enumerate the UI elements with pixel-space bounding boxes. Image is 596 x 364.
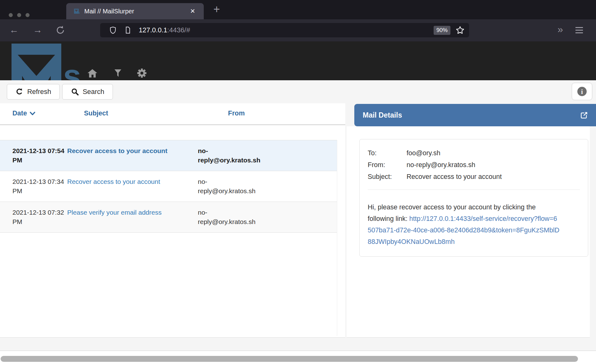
mail-rows: 2021-12-13 07:54 PM Recover access to yo… — [0, 140, 337, 233]
mail-details-card: To: foo@ory.sh From: no-reply@ory.kratos… — [359, 139, 588, 257]
mail-row[interactable]: 2021-12-13 07:34 PM Recover access to yo… — [0, 171, 337, 202]
column-header-from[interactable]: From — [228, 110, 245, 117]
mail-row[interactable]: 2021-12-13 07:32 PM Please verify your e… — [0, 202, 337, 233]
refresh-button[interactable]: Refresh — [7, 84, 60, 100]
svg-text:i: i — [581, 88, 583, 96]
page-icon[interactable] — [124, 26, 132, 34]
window-dot[interactable] — [17, 13, 21, 17]
tab-title: Mail // MailSlurper — [84, 8, 134, 15]
shield-icon[interactable] — [109, 26, 117, 34]
mail-subject-link[interactable]: Recover access to your account — [67, 178, 160, 185]
window-dot[interactable] — [26, 13, 30, 17]
mail-date: 2021-12-13 07:54 PM — [0, 146, 67, 165]
new-tab-button[interactable]: + — [213, 4, 220, 15]
browser-tab-bar: s Mail // MailSlurper × + — [0, 0, 596, 19]
mail-date: 2021-12-13 07:32 PM — [0, 208, 67, 226]
from-label: From: — [368, 159, 407, 171]
subject-label: Subject: — [368, 171, 407, 183]
home-icon[interactable] — [87, 68, 98, 78]
open-external-icon[interactable] — [579, 111, 589, 120]
to-label: To: — [368, 147, 407, 159]
mail-row-selected[interactable]: 2021-12-13 07:54 PM Recover access to yo… — [0, 140, 337, 171]
mailslurper-favicon: s — [74, 8, 80, 14]
browser-window: s Mail // MailSlurper × + ← → 127.0.0.1:… — [0, 0, 596, 364]
svg-text:s: s — [78, 11, 80, 14]
bookmark-star-icon[interactable] — [455, 26, 465, 35]
mail-subject-link[interactable]: Please verify your email address — [67, 209, 161, 216]
search-label: Search — [83, 88, 105, 96]
mail-from: no-reply@ory.kratos.sh — [198, 146, 263, 165]
mail-date: 2021-12-13 07:34 PM — [0, 177, 67, 196]
sort-chevron-down-icon — [30, 111, 35, 116]
mail-from: no-reply@ory.kratos.sh — [198, 177, 263, 196]
mail-details-title: Mail Details — [363, 111, 402, 119]
column-header-subject[interactable]: Subject — [84, 110, 108, 117]
tab-close-icon[interactable]: × — [190, 7, 195, 15]
mail-list-panel: Date Subject From 2021-12-13 07:54 PM Re… — [0, 103, 345, 338]
mail-from: no-reply@ory.kratos.sh — [198, 208, 263, 226]
browser-toolbar: ← → 127.0.0.1:4436/# 90% » — [0, 19, 596, 41]
reload-icon[interactable] — [55, 25, 65, 35]
column-header-date[interactable]: Date — [12, 110, 35, 117]
subject-value: Recover access to your account — [407, 171, 580, 183]
window-controls[interactable] — [9, 13, 30, 17]
url-text[interactable]: 127.0.0.1:4436/# — [139, 26, 190, 34]
filter-icon[interactable] — [114, 68, 122, 78]
header-divider — [0, 124, 345, 125]
logo-letter-s: s — [63, 58, 81, 80]
list-scrollbar-gutter[interactable] — [337, 140, 345, 336]
card-divider — [368, 189, 580, 190]
mail-subject-link[interactable]: Recover access to your account — [67, 147, 167, 154]
menu-hamburger-icon[interactable] — [575, 26, 584, 34]
horizontal-scrollbar-thumb[interactable] — [1, 356, 578, 362]
forward-icon[interactable]: → — [33, 24, 42, 35]
info-button[interactable]: i — [572, 83, 592, 100]
zoom-level-badge[interactable]: 90% — [434, 26, 450, 35]
browser-tab[interactable]: s Mail // MailSlurper × — [66, 3, 204, 19]
from-value: no-reply@ory.kratos.sh — [407, 159, 580, 171]
settings-gear-icon[interactable] — [137, 68, 147, 78]
mailslurper-logo: s — [12, 44, 83, 80]
mail-details-header: Mail Details — [354, 104, 596, 126]
window-dot[interactable] — [9, 13, 13, 17]
toolbar-overflow-icon[interactable]: » — [557, 24, 563, 35]
to-value: foo@ory.sh — [407, 147, 580, 159]
refresh-icon — [15, 88, 23, 96]
refresh-label: Refresh — [27, 88, 51, 96]
url-port-path: :4436/# — [167, 26, 190, 34]
search-button[interactable]: Search — [62, 84, 113, 100]
mail-body: Hi, please recover access to your accoun… — [368, 202, 561, 248]
url-host: 127.0.0.1 — [139, 26, 167, 34]
search-icon — [71, 88, 79, 96]
back-icon[interactable]: ← — [9, 24, 19, 35]
mailslurper-navbar: s — [0, 41, 596, 80]
url-bar[interactable]: 127.0.0.1:4436/# 90% — [100, 23, 469, 37]
info-icon: i — [577, 86, 587, 97]
